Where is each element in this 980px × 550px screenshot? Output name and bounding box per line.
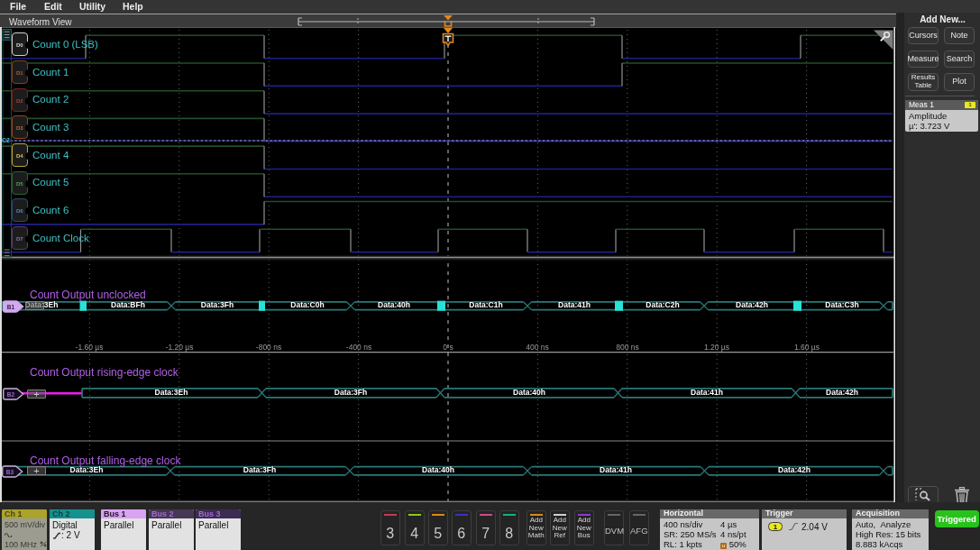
- svg-text:B2: B2: [7, 390, 15, 397]
- svg-text:B1: B1: [7, 304, 15, 310]
- svg-text:B3: B3: [6, 468, 14, 474]
